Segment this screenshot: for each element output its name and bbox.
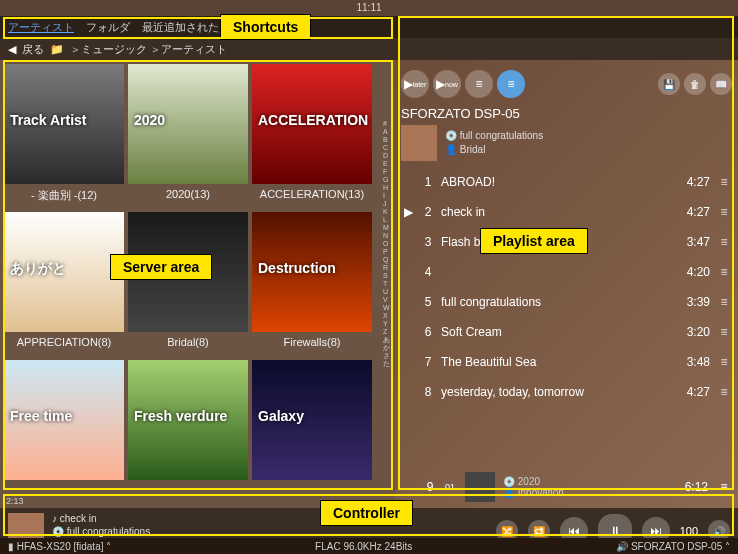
track-row[interactable]: 7The Beautiful Sea3:48≡ — [401, 347, 732, 377]
renderer-name: SFORZATO DSP-05 — [401, 106, 732, 121]
back-button[interactable]: 戻る — [22, 42, 44, 57]
track-row[interactable]: 5full congratulations3:39≡ — [401, 287, 732, 317]
album-item[interactable]: Galaxy — [252, 360, 372, 504]
back-icon[interactable]: ◀ — [8, 43, 16, 56]
status-bar: 11:11 — [0, 0, 738, 16]
track-row[interactable]: 8yesterday, today, tomorrow4:27≡ — [401, 377, 732, 407]
book-icon[interactable]: 📖 — [710, 73, 732, 95]
play-later-button[interactable]: ▶later — [401, 70, 429, 98]
track-row[interactable]: 44:20≡ — [401, 257, 732, 287]
list-button[interactable]: ≡ — [497, 70, 525, 98]
now-playing-album[interactable]: 💿 full congratulations 👤 Bridal — [401, 125, 732, 161]
album-grid: Track Artist- 楽曲別 -(12)20202020(13)ACCEL… — [4, 64, 391, 504]
album-thumb — [465, 472, 495, 502]
track-list: 1ABROAD!4:27≡▶2check in4:27≡3Flash back3… — [401, 167, 732, 472]
server-label[interactable]: HFAS-XS20 [fidata] — [17, 541, 104, 552]
tab-folder[interactable]: フォルダ — [86, 20, 130, 35]
album-thumb — [401, 125, 437, 161]
volume-value: 100 — [680, 525, 698, 537]
album-item[interactable]: Free time — [4, 360, 124, 504]
track-row[interactable]: 1ABROAD!4:27≡ — [401, 167, 732, 197]
breadcrumb: ◀ 戻る 📁 ＞ミュージック ＞アーティスト — [0, 38, 738, 60]
elapsed-time: 2:13 — [6, 496, 24, 506]
save-button[interactable]: 💾 — [658, 73, 680, 95]
play-now-button[interactable]: ▶now — [433, 70, 461, 98]
renderer-label[interactable]: SFORZATO DSP-05 — [631, 541, 722, 552]
alpha-index[interactable]: #ABCDEFGHIJKLMNOPQRSTUVWXYZあかさた — [383, 120, 393, 368]
album-item[interactable]: 20202020(13) — [128, 64, 248, 208]
tab-bar: アーティスト フォルダ 最近追加された — [0, 16, 738, 38]
delete-button[interactable]: 🗑 — [684, 73, 706, 95]
tab-artist[interactable]: アーティスト — [8, 20, 74, 35]
playlist-area: ▶later ▶now ≡ ≡ 💾 🗑 📖 SFORZATO DSP-05 💿 … — [395, 60, 738, 508]
album-item[interactable]: DestructionFirewalls(8) — [252, 212, 372, 356]
album-item[interactable]: ありがとAPPRECIATION(8) — [4, 212, 124, 356]
breadcrumb-path: ＞ミュージック ＞アーティスト — [70, 42, 227, 57]
next-section[interactable]: 9 01 💿 2020 👤 Innovation 6:12 ≡ — [401, 472, 732, 502]
format-label: FLAC 96.0KHz 24Bits — [315, 541, 412, 552]
queue-button[interactable]: ≡ — [465, 70, 493, 98]
server-area: Track Artist- 楽曲別 -(12)20202020(13)ACCEL… — [0, 60, 395, 508]
album-item[interactable]: Track Artist- 楽曲別 -(12) — [4, 64, 124, 208]
track-row[interactable]: ▶2check in4:27≡ — [401, 197, 732, 227]
tab-recent[interactable]: 最近追加された — [142, 20, 219, 35]
folder-icon: 📁 — [50, 43, 64, 56]
album-item[interactable]: Fresh verdure — [128, 360, 248, 504]
album-item[interactable]: BridalBridal(8) — [128, 212, 248, 356]
album-item[interactable]: ACCELERATIONACCELERATION(13) — [252, 64, 372, 208]
track-row[interactable]: 6Soft Cream3:20≡ — [401, 317, 732, 347]
